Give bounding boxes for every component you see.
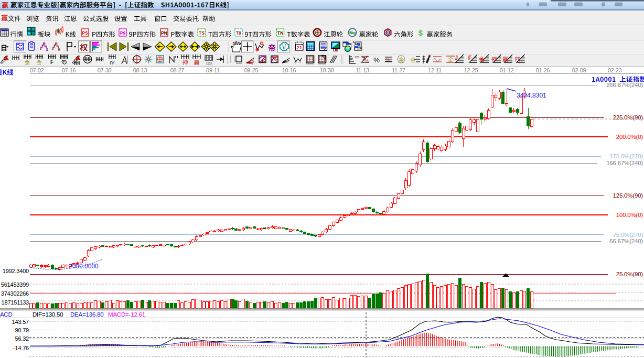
- svg-text:2000.0000: 2000.0000: [69, 263, 99, 270]
- svg-text:-14.76: -14.76: [13, 345, 29, 351]
- svg-text:1992.3400: 1992.3400: [3, 268, 29, 274]
- svg-text:07-30: 07-30: [98, 67, 112, 73]
- svg-text:143.57: 143.57: [12, 319, 29, 325]
- svg-text:02-09: 02-09: [572, 67, 586, 73]
- svg-text:07-02: 07-02: [30, 67, 44, 73]
- svg-text:3: 3: [46, 48, 48, 51]
- svg-text:01-26: 01-26: [536, 67, 550, 73]
- svg-text:9: 9: [58, 48, 60, 51]
- svg-text:DIF=130.50: DIF=130.50: [33, 311, 63, 318]
- svg-text:%: %: [385, 57, 390, 62]
- svg-text:200.0%(0): 200.0%(0): [616, 134, 643, 140]
- svg-text:T9: T9: [236, 30, 241, 36]
- svg-text:100.0%(0): 100.0%(0): [616, 212, 643, 218]
- svg-text:F: F: [468, 55, 472, 61]
- svg-text:J: J: [455, 55, 458, 61]
- svg-text:%: %: [373, 56, 380, 64]
- svg-text:125.0%(90): 125.0%(90): [613, 192, 643, 199]
- svg-text:F: F: [50, 59, 53, 65]
- svg-text:TS: TS: [199, 30, 205, 36]
- svg-text:n²: n²: [110, 60, 115, 66]
- svg-text:10-30: 10-30: [320, 67, 334, 73]
- svg-text:08-13: 08-13: [133, 67, 147, 73]
- svg-text:09-25: 09-25: [244, 67, 259, 73]
- svg-text:MACD=-12.61: MACD=-12.61: [108, 311, 145, 318]
- svg-text:12-11: 12-11: [428, 67, 442, 73]
- svg-text:56.32: 56.32: [15, 335, 29, 342]
- svg-text:PS: PS: [82, 30, 88, 36]
- svg-text:187151133: 187151133: [2, 299, 29, 306]
- svg-text:P9: P9: [120, 30, 126, 36]
- svg-text:75.0%(270): 75.0%(270): [613, 232, 643, 238]
- svg-text:01-12: 01-12: [500, 67, 514, 73]
- svg-text:10-16: 10-16: [282, 67, 296, 73]
- svg-text:02-23: 02-23: [608, 67, 622, 73]
- svg-text:175.0%(270): 175.0%(270): [609, 153, 643, 159]
- svg-text:66.67%(240): 66.67%(240): [609, 238, 643, 244]
- svg-text:07-16: 07-16: [62, 67, 76, 73]
- svg-text:266.67%(240): 266.67%(240): [606, 82, 643, 88]
- svg-text:25.0%(90): 25.0%(90): [616, 271, 643, 277]
- svg-text:21: 21: [296, 45, 302, 50]
- svg-text:90.79: 90.79: [15, 327, 29, 333]
- svg-text:123: 123: [206, 61, 212, 65]
- svg-text:561453399: 561453399: [1, 281, 29, 288]
- svg-text:225.0%(90): 225.0%(90): [613, 114, 643, 121]
- svg-text:166.67%(240): 166.67%(240): [606, 160, 643, 166]
- svg-text:123: 123: [355, 56, 359, 59]
- svg-text:TN: TN: [277, 30, 283, 36]
- svg-text:374302266: 374302266: [1, 290, 29, 297]
- svg-text:DEA=136.80: DEA=136.80: [70, 311, 104, 318]
- svg-text:11-27: 11-27: [392, 67, 405, 73]
- svg-text:$: $: [418, 28, 423, 37]
- svg-text:3404.8301: 3404.8301: [517, 92, 546, 99]
- svg-text:MACD: MACD: [0, 311, 13, 318]
- svg-text:PN: PN: [161, 30, 167, 36]
- svg-text:09-11: 09-11: [206, 67, 220, 73]
- svg-text:08-27: 08-27: [170, 67, 185, 73]
- svg-text:11-13: 11-13: [356, 67, 369, 73]
- svg-text:12-25: 12-25: [464, 67, 478, 73]
- svg-text:Big: Big: [349, 30, 356, 35]
